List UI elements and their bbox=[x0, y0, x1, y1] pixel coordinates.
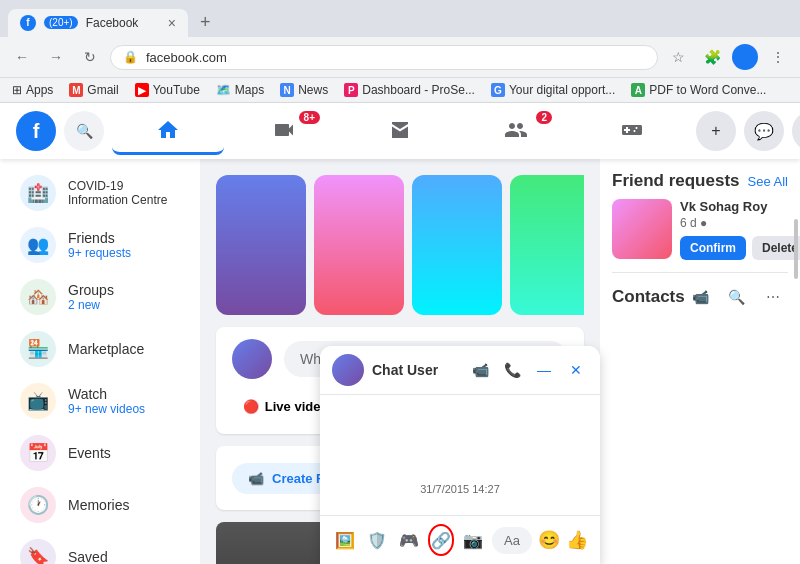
browser-chrome: f (20+) Facebook × + ← → ↻ 🔒 facebook.co… bbox=[0, 0, 800, 103]
video-call-icon[interactable]: 📹 bbox=[685, 281, 717, 313]
forward-button[interactable]: → bbox=[42, 43, 70, 71]
friends-label-wrap: Friends 9+ requests bbox=[68, 230, 131, 260]
create-button[interactable]: + bbox=[696, 111, 736, 151]
link-tool-button[interactable]: 🔗 bbox=[428, 524, 455, 556]
bookmark-apps[interactable]: ⊞ Apps bbox=[8, 81, 57, 99]
refresh-button[interactable]: ↻ bbox=[76, 43, 104, 71]
video-icon bbox=[272, 118, 296, 142]
story-card[interactable] bbox=[314, 175, 404, 315]
bookmark-dashboard[interactable]: P Dashboard - ProSe... bbox=[340, 81, 479, 99]
bookmark-pdf[interactable]: A PDF to Word Conve... bbox=[627, 81, 770, 99]
fb-nav: 8+ 2 bbox=[112, 107, 688, 155]
messenger-button[interactable]: 💬 bbox=[744, 111, 784, 151]
room-icon: 📹 bbox=[248, 471, 264, 486]
sidebar-item-groups[interactable]: 🏘️ Groups 2 new bbox=[8, 271, 192, 323]
extensions-button[interactable]: 🧩 bbox=[698, 43, 726, 71]
back-button[interactable]: ← bbox=[8, 43, 36, 71]
tab-close-button[interactable]: × bbox=[168, 15, 176, 31]
nav-video[interactable]: 8+ bbox=[228, 107, 340, 155]
sidebar-item-marketplace[interactable]: 🏪 Marketplace bbox=[8, 323, 192, 375]
camera-tool-button[interactable]: 📷 bbox=[460, 524, 486, 556]
menu-button[interactable]: ⋮ bbox=[764, 43, 792, 71]
story-card[interactable] bbox=[216, 175, 306, 315]
address-bar[interactable]: 🔒 facebook.com bbox=[110, 45, 658, 70]
story-card[interactable] bbox=[510, 175, 584, 315]
tab-bar: f (20+) Facebook × + bbox=[0, 0, 800, 37]
nav-home[interactable] bbox=[112, 107, 224, 155]
memories-icon: 🕐 bbox=[20, 487, 56, 523]
sidebar-label: Watch bbox=[68, 386, 145, 402]
more-options-icon[interactable]: ⋯ bbox=[757, 281, 789, 313]
friend-avatar bbox=[612, 199, 672, 259]
sidebar-label: Groups bbox=[68, 282, 114, 298]
browser-profile[interactable] bbox=[732, 44, 758, 70]
sidebar-item-covid[interactable]: 🏥 COVID-19 Information Centre bbox=[8, 167, 192, 219]
see-all-link[interactable]: See All bbox=[748, 174, 788, 189]
image-tool-button[interactable]: 🖼️ bbox=[332, 524, 358, 556]
left-sidebar: 🏥 COVID-19 Information Centre 👥 Friends … bbox=[0, 159, 200, 564]
minimize-button[interactable]: — bbox=[532, 358, 556, 382]
sidebar-label: Events bbox=[68, 445, 111, 461]
sidebar-label: Saved bbox=[68, 549, 108, 564]
active-tab[interactable]: f (20+) Facebook × bbox=[8, 9, 188, 37]
sidebar-item-friends[interactable]: 👥 Friends 9+ requests bbox=[8, 219, 192, 271]
friend-actions: Confirm Delete bbox=[680, 236, 800, 260]
notifications-button[interactable]: 🔔 20+ bbox=[792, 111, 800, 151]
star-button[interactable]: ☆ bbox=[664, 43, 692, 71]
emoji-button[interactable]: 😊 bbox=[538, 529, 560, 551]
watch-label-wrap: Watch 9+ new videos bbox=[68, 386, 145, 416]
close-chat-button[interactable]: ✕ bbox=[564, 358, 588, 382]
tab-title: Facebook bbox=[86, 16, 160, 30]
friend-request-item: Vk Sohag Roy 6 d ● Confirm Delete bbox=[612, 199, 788, 260]
messenger-icon: 💬 bbox=[754, 122, 774, 141]
youtube-icon: ▶ bbox=[135, 83, 149, 97]
groups-sub: 2 new bbox=[68, 298, 114, 312]
chat-input[interactable]: Aa bbox=[492, 527, 532, 554]
facebook-app: f 🔍 8+ bbox=[0, 103, 800, 564]
sidebar-item-watch[interactable]: 📺 Watch 9+ new videos bbox=[8, 375, 192, 427]
nav-marketplace[interactable] bbox=[344, 107, 456, 155]
sidebar-item-events[interactable]: 📅 Events bbox=[8, 427, 192, 479]
stories-row bbox=[216, 175, 584, 315]
like-button[interactable]: 👍 bbox=[566, 529, 588, 551]
bookmark-maps[interactable]: 🗺️ Maps bbox=[212, 81, 268, 99]
contacts-actions: 📹 🔍 ⋯ bbox=[685, 281, 789, 313]
delete-button[interactable]: Delete bbox=[752, 236, 800, 260]
friends-icon: 👥 bbox=[20, 227, 56, 263]
phone-button[interactable]: 📞 bbox=[500, 358, 524, 382]
chat-popup: Chat User 📹 📞 — ✕ 31/7/2015 14:27 🖼️ 🛡️ … bbox=[320, 346, 600, 564]
fb-header-actions: + 💬 🔔 20+ ▼ bbox=[696, 111, 800, 151]
chat-timestamp: 31/7/2015 14:27 bbox=[332, 483, 588, 495]
dashboard-icon: P bbox=[344, 83, 358, 97]
new-tab-button[interactable]: + bbox=[192, 8, 219, 37]
search-button[interactable]: 🔍 bbox=[64, 111, 104, 151]
fb-logo[interactable]: f bbox=[16, 111, 56, 151]
video-call-button[interactable]: 📹 bbox=[468, 358, 492, 382]
watch-sub: 9+ new videos bbox=[68, 402, 145, 416]
groups-label-wrap: Groups 2 new bbox=[68, 282, 114, 312]
bookmark-youtube[interactable]: ▶ YouTube bbox=[131, 81, 204, 99]
news-icon: N bbox=[280, 83, 294, 97]
sidebar-item-saved[interactable]: 🔖 Saved bbox=[8, 531, 192, 564]
saved-icon: 🔖 bbox=[20, 539, 56, 564]
sticker-tool-button[interactable]: 🛡️ bbox=[364, 524, 390, 556]
friend-time: 6 d ● bbox=[680, 216, 800, 230]
browser-actions: ☆ 🧩 ⋮ bbox=[664, 43, 792, 71]
gif-tool-button[interactable]: 🎮 bbox=[396, 524, 422, 556]
nav-gaming[interactable] bbox=[576, 107, 688, 155]
bookmark-news[interactable]: N News bbox=[276, 81, 332, 99]
confirm-button[interactable]: Confirm bbox=[680, 236, 746, 260]
friends-sub: 9+ requests bbox=[68, 246, 131, 260]
maps-icon: 🗺️ bbox=[216, 83, 231, 97]
nav-groups[interactable]: 2 bbox=[460, 107, 572, 155]
search-contacts-icon[interactable]: 🔍 bbox=[721, 281, 753, 313]
google-icon: G bbox=[491, 83, 505, 97]
story-card[interactable] bbox=[412, 175, 502, 315]
bookmark-label: YouTube bbox=[153, 83, 200, 97]
chat-header: Chat User 📹 📞 — ✕ bbox=[320, 346, 600, 395]
sidebar-item-memories[interactable]: 🕐 Memories bbox=[8, 479, 192, 531]
bookmark-digital[interactable]: G Your digital opport... bbox=[487, 81, 619, 99]
right-panel: Friend requests See All Vk Sohag Roy 6 d… bbox=[600, 159, 800, 564]
video-badge: 8+ bbox=[299, 111, 320, 124]
bookmark-gmail[interactable]: M Gmail bbox=[65, 81, 122, 99]
